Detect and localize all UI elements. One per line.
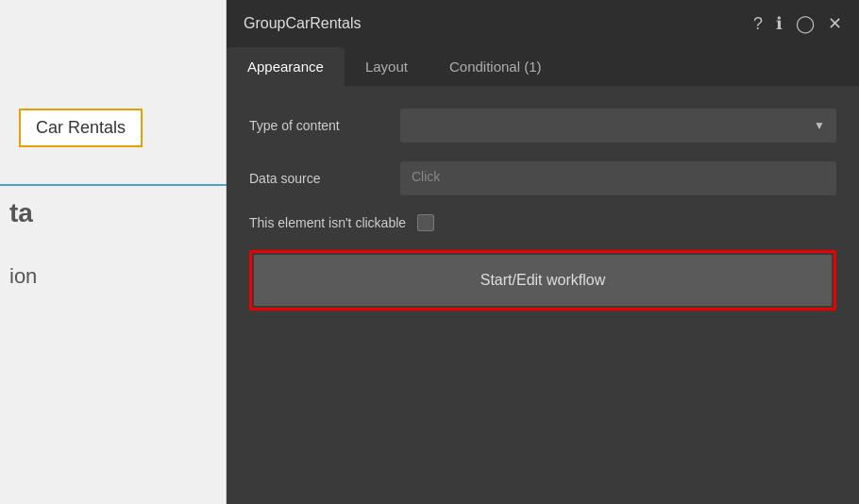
type-of-content-select[interactable]: ▼	[400, 109, 836, 143]
tabs-row: Appearance Layout Conditional (1)	[227, 47, 859, 86]
data-source-row: Data source Click	[249, 161, 836, 195]
sidebar-text-ion: ion	[9, 264, 37, 289]
type-of-content-label: Type of content	[249, 118, 400, 133]
workflow-button-wrapper: Start/Edit workflow	[249, 250, 836, 311]
tab-layout[interactable]: Layout	[345, 47, 429, 86]
panel-header: GroupCarRentals ? ℹ ◯ ✕	[227, 0, 859, 47]
chevron-down-icon: ▼	[814, 119, 825, 132]
help-icon[interactable]: ?	[753, 14, 763, 34]
sidebar-text-ta: ta	[9, 198, 33, 228]
panel-title: GroupCarRentals	[244, 15, 362, 32]
content-area: Type of content ▼ Data source Click This…	[227, 86, 859, 333]
clickable-checkbox[interactable]	[417, 214, 434, 231]
comment-icon[interactable]: ◯	[796, 13, 815, 34]
tab-appearance[interactable]: Appearance	[227, 47, 345, 86]
info-icon[interactable]: ℹ	[776, 13, 783, 34]
header-icons: ? ℹ ◯ ✕	[753, 13, 842, 34]
main-panel: GroupCarRentals ? ℹ ◯ ✕ Appearance Layou…	[227, 0, 859, 504]
close-icon[interactable]: ✕	[828, 13, 842, 34]
tab-conditional[interactable]: Conditional (1)	[429, 47, 563, 86]
data-source-label: Data source	[249, 171, 400, 186]
workflow-button[interactable]: Start/Edit workflow	[254, 255, 832, 306]
left-panel: Car Rentals ta ion	[0, 0, 227, 504]
type-of-content-row: Type of content ▼	[249, 109, 836, 143]
blue-line	[0, 184, 227, 186]
clickable-checkbox-row: This element isn't clickable	[249, 214, 836, 231]
data-source-placeholder: Click	[412, 169, 440, 184]
car-rentals-button[interactable]: Car Rentals	[19, 109, 143, 147]
data-source-input[interactable]: Click	[400, 161, 836, 195]
clickable-checkbox-label: This element isn't clickable	[249, 215, 406, 230]
